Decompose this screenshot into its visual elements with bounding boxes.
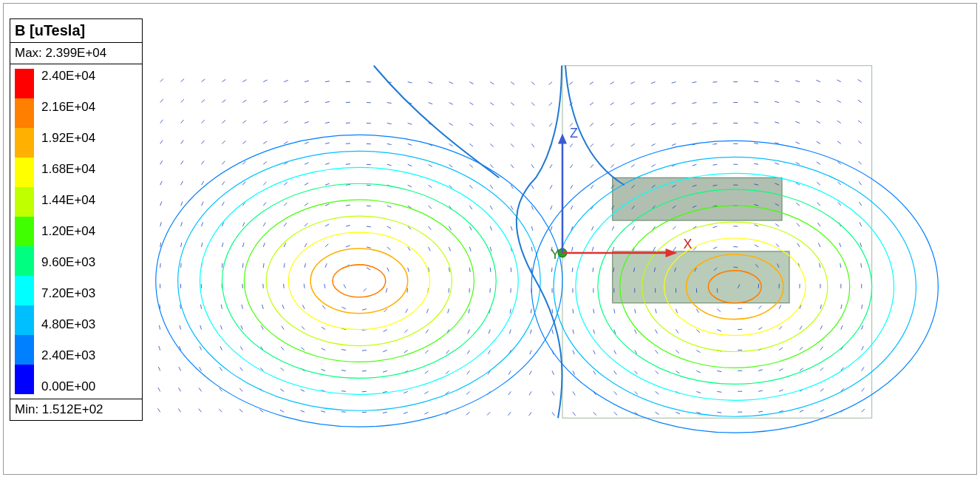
vector-tick bbox=[429, 103, 433, 104]
vector-tick bbox=[367, 247, 371, 248]
vector-tick bbox=[242, 182, 245, 186]
simulation-boundary bbox=[562, 66, 872, 418]
vector-tick bbox=[469, 103, 473, 105]
legend-min: Min: 1.512E+02 bbox=[10, 399, 142, 420]
vector-tick bbox=[469, 309, 469, 314]
vector-tick bbox=[342, 307, 346, 309]
vector-tick bbox=[840, 263, 841, 268]
vector-tick bbox=[712, 124, 717, 124]
vector-tick bbox=[531, 247, 532, 251]
vector-tick bbox=[222, 181, 224, 185]
vector-tick bbox=[672, 103, 676, 104]
vector-tick bbox=[693, 124, 697, 124]
vector-tick bbox=[573, 309, 574, 314]
vector-tick bbox=[511, 226, 512, 231]
vector-tick bbox=[346, 246, 350, 247]
vector-tick bbox=[712, 164, 717, 165]
vector-tick bbox=[569, 82, 573, 85]
vector-tick bbox=[510, 309, 511, 314]
vector-tick bbox=[181, 202, 183, 206]
vector-tick bbox=[614, 371, 616, 374]
vector-tick bbox=[755, 245, 758, 247]
vector-tick bbox=[263, 162, 267, 165]
vector-tick bbox=[820, 305, 821, 309]
legend-value: 9.60E+03 bbox=[41, 255, 137, 270]
vector-tick bbox=[862, 325, 863, 330]
vector-tick bbox=[242, 243, 244, 247]
vector-tick bbox=[549, 103, 552, 106]
vector-tick bbox=[301, 390, 304, 392]
vector-tick bbox=[696, 391, 701, 393]
vector-tick bbox=[676, 309, 678, 314]
vector-tick bbox=[653, 247, 656, 251]
vector-tick bbox=[593, 330, 595, 334]
vector-tick bbox=[280, 410, 284, 412]
vector-tick bbox=[573, 351, 574, 355]
vector-tick bbox=[511, 143, 514, 146]
vector-tick bbox=[367, 268, 370, 270]
vector-tick bbox=[160, 99, 163, 102]
vector-tick bbox=[552, 412, 554, 416]
vector-tick bbox=[820, 347, 823, 351]
vector-tick bbox=[242, 141, 246, 144]
vector-tick bbox=[304, 142, 309, 143]
vector-tick bbox=[426, 309, 428, 314]
vector-tick bbox=[284, 142, 287, 144]
vector-tick bbox=[240, 346, 242, 350]
vector-tick bbox=[304, 101, 309, 103]
vector-tick bbox=[263, 202, 266, 206]
vector-tick bbox=[200, 325, 202, 330]
vector-tick bbox=[754, 123, 758, 124]
vector-tick bbox=[449, 124, 452, 126]
vector-tick bbox=[284, 101, 288, 102]
vector-tick bbox=[222, 243, 222, 247]
vector-tick bbox=[779, 305, 781, 308]
vector-tick bbox=[817, 162, 820, 164]
vector-tick bbox=[469, 206, 472, 209]
contour-line bbox=[200, 167, 519, 394]
vector-tick bbox=[631, 124, 635, 126]
vector-tick bbox=[341, 412, 346, 413]
legend-gradient bbox=[15, 69, 34, 394]
vector-tick bbox=[758, 370, 763, 371]
vector-tick bbox=[346, 205, 350, 206]
vector-tick bbox=[304, 284, 304, 288]
legend-color-0 bbox=[15, 69, 34, 98]
contour-line bbox=[178, 151, 540, 410]
vector-tick bbox=[240, 368, 243, 371]
vector-tick bbox=[816, 101, 820, 103]
vector-tick bbox=[717, 412, 721, 413]
vector-tick bbox=[508, 391, 511, 395]
vector-tick bbox=[862, 388, 865, 392]
vector-tick bbox=[220, 325, 222, 330]
vector-tick bbox=[263, 263, 264, 268]
legend-value: 1.92E+04 bbox=[41, 131, 137, 146]
vector-tick bbox=[200, 367, 202, 371]
vector-tick bbox=[797, 223, 800, 226]
vector-tick bbox=[490, 226, 491, 231]
contour-line bbox=[288, 232, 429, 330]
vector-tick bbox=[181, 181, 183, 185]
vector-tick bbox=[860, 223, 862, 226]
vector-tick bbox=[817, 223, 820, 226]
vector-tick bbox=[837, 80, 840, 82]
vector-tick bbox=[160, 222, 162, 226]
legend-value-labels: 2.40E+04 2.16E+04 1.92E+04 1.68E+04 1.44… bbox=[34, 69, 137, 394]
vector-tick bbox=[837, 121, 841, 123]
vector-tick bbox=[384, 309, 387, 312]
vector-tick bbox=[656, 412, 659, 414]
vector-tick bbox=[531, 185, 534, 189]
vector-tick bbox=[630, 103, 634, 105]
vector-tick bbox=[281, 368, 285, 371]
field-plot[interactable]: Z X Y bbox=[152, 8, 972, 470]
vector-tick bbox=[157, 408, 160, 412]
vector-tick bbox=[362, 351, 367, 351]
vector-tick bbox=[858, 80, 862, 82]
vector-tick bbox=[531, 124, 534, 126]
vector-tick bbox=[263, 80, 267, 82]
vector-tick bbox=[304, 263, 305, 268]
vector-tick bbox=[222, 121, 225, 124]
vector-tick bbox=[676, 412, 680, 414]
vector-tick bbox=[591, 164, 593, 168]
vector-tick bbox=[529, 391, 531, 395]
